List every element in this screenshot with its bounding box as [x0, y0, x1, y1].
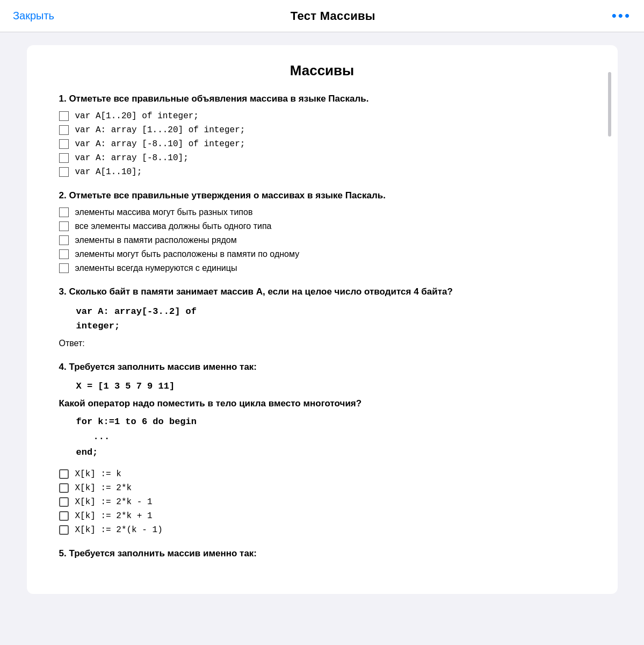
- q1-option-2-text: var A: array [1...20] of integer;: [75, 125, 245, 135]
- question-4-block: 4. Требуется заполнить массив именно так…: [59, 360, 585, 535]
- question-4-subquestion: Какой оператор надо поместить в тело цик…: [59, 398, 585, 409]
- q4-checkbox-4[interactable]: [59, 511, 69, 521]
- q2-option-3-text: элементы в памяти расположены рядом: [75, 235, 237, 245]
- q1-option-5-row[interactable]: var A[1..10];: [59, 167, 585, 177]
- q1-option-2-row[interactable]: var A: array [1...20] of integer;: [59, 125, 585, 135]
- q2-option-5-text: элементы всегда нумеруются с единицы: [75, 263, 237, 273]
- q2-option-2-text: все элементы массива должны быть одного …: [75, 221, 272, 231]
- question-2-label: 2. Отметьте все правильные утверждения о…: [59, 189, 585, 203]
- q4-checkbox-3[interactable]: [59, 497, 69, 507]
- question-2-block: 2. Отметьте все правильные утверждения о…: [59, 189, 585, 274]
- q4-checkbox-1[interactable]: [59, 469, 69, 479]
- q1-option-1-text: var A[1..20] of integer;: [75, 111, 199, 121]
- question-3-label: 3. Сколько байт в памяти занимает массив…: [59, 285, 585, 299]
- question-1-block: 1. Отметьте все правильные объявления ма…: [59, 92, 585, 177]
- page-title-header: Тест Массивы: [291, 9, 375, 23]
- q2-option-3-row[interactable]: элементы в памяти расположены рядом: [59, 235, 585, 245]
- q1-checkbox-2[interactable]: [59, 125, 69, 135]
- q2-option-1-row[interactable]: элементы массива могут быть разных типов: [59, 207, 585, 217]
- q2-option-4-row[interactable]: элементы могут быть расположены в памяти…: [59, 249, 585, 259]
- content-area: Массивы 1. Отметьте все правильные объяв…: [27, 45, 618, 594]
- q2-checkbox-1[interactable]: [59, 207, 69, 217]
- q4-option-5-text: X[k] := 2*(k - 1): [75, 525, 163, 535]
- q4-option-4-text: X[k] := 2*k + 1: [75, 511, 153, 521]
- page-main-title: Массивы: [59, 62, 585, 79]
- close-button[interactable]: Закрыть: [13, 10, 54, 22]
- q4-option-2-text: X[k] := 2*k: [75, 483, 132, 493]
- q3-answer-label: Ответ:: [59, 339, 585, 348]
- q4-option-3-row[interactable]: X[k] := 2*k - 1: [59, 497, 585, 507]
- question-4-label: 4. Требуется заполнить массив именно так…: [59, 360, 585, 374]
- q2-option-1-text: элементы массива могут быть разных типов: [75, 207, 253, 217]
- q3-code: var A: array[-3..2] of integer;: [76, 304, 585, 333]
- q4-checkbox-5[interactable]: [59, 525, 69, 535]
- top-bar: Закрыть Тест Массивы •••: [0, 0, 644, 32]
- q4-option-3-text: X[k] := 2*k - 1: [75, 497, 153, 507]
- q4-option-1-row[interactable]: X[k] := k: [59, 469, 585, 479]
- q4-ellipsis: ...: [93, 429, 585, 445]
- q1-option-3-row[interactable]: var A: array [-8..10] of integer;: [59, 139, 585, 149]
- q2-checkbox-2[interactable]: [59, 221, 69, 231]
- q4-option-2-row[interactable]: X[k] := 2*k: [59, 483, 585, 493]
- question-3-block: 3. Сколько байт в памяти занимает массив…: [59, 285, 585, 348]
- q2-checkbox-3[interactable]: [59, 235, 69, 245]
- q2-checkbox-5[interactable]: [59, 263, 69, 273]
- question-5-block: 5. Требуется заполнить массив именно так…: [59, 547, 585, 561]
- q4-option-5-row[interactable]: X[k] := 2*(k - 1): [59, 525, 585, 535]
- question-1-label: 1. Отметьте все правильные объявления ма…: [59, 92, 585, 106]
- q4-option-4-row[interactable]: X[k] := 2*k + 1: [59, 511, 585, 521]
- q1-option-4-text: var A: array [-8..10];: [75, 153, 189, 163]
- q1-option-5-text: var A[1..10];: [75, 167, 142, 177]
- q4-array-display: X = [1 3 5 7 9 11]: [76, 379, 585, 393]
- q1-option-4-row[interactable]: var A: array [-8..10];: [59, 153, 585, 163]
- q1-checkbox-4[interactable]: [59, 153, 69, 163]
- q1-checkbox-1[interactable]: [59, 111, 69, 121]
- q1-option-3-text: var A: array [-8..10] of integer;: [75, 139, 245, 149]
- q4-for-line: for k:=1 to 6 do begin: [76, 414, 585, 430]
- q1-option-1-row[interactable]: var A[1..20] of integer;: [59, 111, 585, 121]
- question-5-partial-label: 5. Требуется заполнить массив именно так…: [59, 547, 585, 561]
- q2-option-5-row[interactable]: элементы всегда нумеруются с единицы: [59, 263, 585, 273]
- q2-option-2-row[interactable]: все элементы массива должны быть одного …: [59, 221, 585, 231]
- q1-checkbox-5[interactable]: [59, 167, 69, 177]
- scroll-indicator: [608, 72, 611, 137]
- q4-end-line: end;: [76, 445, 585, 461]
- q4-option-1-text: X[k] := k: [75, 469, 121, 479]
- q1-checkbox-3[interactable]: [59, 139, 69, 149]
- q4-checkbox-2[interactable]: [59, 483, 69, 493]
- more-options-button[interactable]: •••: [612, 8, 631, 24]
- q2-checkbox-4[interactable]: [59, 249, 69, 259]
- q2-option-4-text: элементы могут быть расположены в памяти…: [75, 249, 300, 259]
